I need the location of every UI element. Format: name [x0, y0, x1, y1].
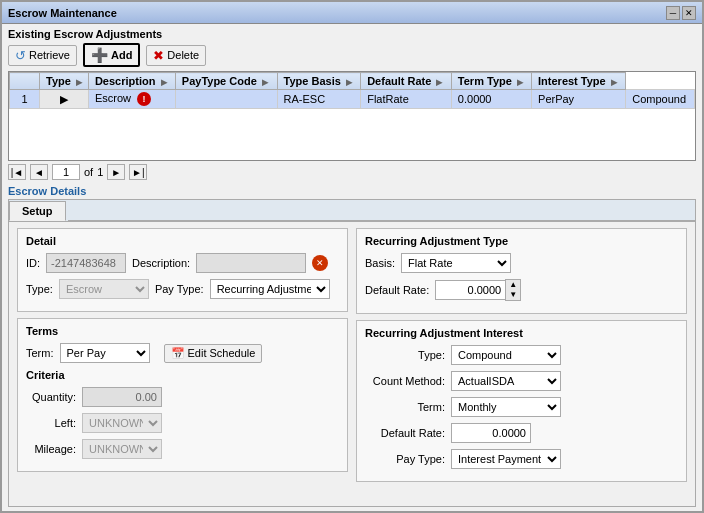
spinner-buttons: ▲ ▼ — [505, 279, 521, 301]
terms-title: Terms — [26, 325, 339, 337]
col-header-description[interactable]: Description ▶ — [88, 73, 175, 90]
interest-type-row: Type: Compound — [365, 345, 678, 365]
tab-setup-content: Detail ID: Description: ✕ Type: — [9, 222, 695, 506]
term-row: Term: Per Pay 📅 Edit Schedule — [26, 343, 339, 363]
interest-term-label: Term: — [365, 401, 445, 413]
interest-type-select[interactable]: Compound — [451, 345, 561, 365]
retrieve-button[interactable]: ↺ Retrieve — [8, 45, 77, 66]
delete-button[interactable]: ✖ Delete — [146, 45, 206, 66]
retrieve-label: Retrieve — [29, 49, 70, 61]
add-button[interactable]: ➕ Add — [83, 43, 140, 67]
row-arrow: ▶ — [40, 90, 89, 109]
quantity-input[interactable] — [82, 387, 162, 407]
col-header-term-type[interactable]: Term Type ▶ — [451, 73, 531, 90]
detail-section: Detail ID: Description: ✕ Type: — [17, 228, 348, 312]
spinner-down-button[interactable]: ▼ — [506, 290, 520, 300]
sort-icon: ▶ — [436, 78, 442, 87]
pay-type-select[interactable]: Recurring Adjustmen — [210, 279, 330, 299]
term-select[interactable]: Per Pay — [60, 343, 150, 363]
edit-schedule-label: Edit Schedule — [188, 347, 256, 359]
count-method-row: Count Method: ActualISDA — [365, 371, 678, 391]
description-input[interactable] — [196, 253, 306, 273]
type-label: Type: — [26, 283, 53, 295]
col-header-paytype-code[interactable]: PayType Code ▶ — [175, 73, 277, 90]
basis-label: Basis: — [365, 257, 395, 269]
interest-term-select[interactable]: Monthly — [451, 397, 561, 417]
title-bar: Escrow Maintenance ─ ✕ — [2, 2, 702, 24]
calendar-icon: 📅 — [171, 347, 185, 360]
row-number: 1 — [10, 90, 40, 109]
main-window: Escrow Maintenance ─ ✕ Existing Escrow A… — [0, 0, 704, 513]
sort-icon: ▶ — [611, 78, 617, 87]
interest-rate-input[interactable] — [451, 423, 531, 443]
type-select[interactable]: Escrow — [59, 279, 149, 299]
default-rate-spinner: ▲ ▼ — [435, 279, 521, 301]
sort-icon: ▶ — [346, 78, 352, 87]
default-rate-label: Default Rate: — [365, 284, 429, 296]
next-page-button[interactable]: ► — [107, 164, 125, 180]
default-rate-row: Default Rate: ▲ ▼ — [365, 279, 678, 301]
sort-icon: ▶ — [517, 78, 523, 87]
window-body: Existing Escrow Adjustments ↺ Retrieve ➕… — [2, 24, 702, 511]
col-header-interest-type[interactable]: Interest Type ▶ — [532, 73, 626, 90]
edit-schedule-button[interactable]: 📅 Edit Schedule — [164, 344, 263, 363]
cell-paytype-code: RA-ESC — [277, 90, 361, 109]
left-select[interactable]: UNKNOWN — [82, 413, 162, 433]
basis-select[interactable]: Flat Rate — [401, 253, 511, 273]
table-row[interactable]: 1 ▶ Escrow ! RA-ESC FlatRate 0.0000 PerP… — [10, 90, 695, 109]
col-header-type-basis[interactable]: Type Basis ▶ — [277, 73, 361, 90]
default-rate-input[interactable] — [435, 280, 505, 300]
last-page-button[interactable]: ►| — [129, 164, 147, 180]
escrow-details-label: Escrow Details — [8, 185, 696, 197]
pay-type-label: Pay Type: — [155, 283, 204, 295]
tabs-container: Setup Detail ID: Description: — [8, 199, 696, 507]
description-label: Description: — [132, 257, 190, 269]
cell-type: Escrow ! — [88, 90, 175, 109]
interest-pay-type-row: Pay Type: Interest Payment — [365, 449, 678, 469]
clear-description-button[interactable]: ✕ — [312, 255, 328, 271]
cell-default-rate: 0.0000 — [451, 90, 531, 109]
error-badge: ! — [137, 92, 151, 106]
interest-pay-type-label: Pay Type: — [365, 453, 445, 465]
quantity-row: Quantity: — [26, 387, 339, 407]
first-page-button[interactable]: |◄ — [8, 164, 26, 180]
tab-setup[interactable]: Setup — [9, 201, 66, 221]
criteria-label: Criteria — [26, 369, 339, 381]
add-label: Add — [111, 49, 132, 61]
minimize-button[interactable]: ─ — [666, 6, 680, 20]
quantity-label: Quantity: — [26, 391, 76, 403]
term-label: Term: — [26, 347, 54, 359]
count-method-label: Count Method: — [365, 375, 445, 387]
spinner-up-button[interactable]: ▲ — [506, 280, 520, 290]
main-columns: Detail ID: Description: ✕ Type: — [17, 228, 687, 488]
recurring-interest-section: Recurring Adjustment Interest Type: Comp… — [356, 320, 687, 482]
interest-rate-label: Default Rate: — [365, 427, 445, 439]
delete-icon: ✖ — [153, 48, 164, 63]
col-header-default-rate[interactable]: Default Rate ▶ — [361, 73, 452, 90]
delete-label: Delete — [167, 49, 199, 61]
retrieve-icon: ↺ — [15, 48, 26, 63]
interest-pay-type-select[interactable]: Interest Payment — [451, 449, 561, 469]
col-header-type[interactable]: Type ▶ — [40, 73, 89, 90]
terms-section: Terms Term: Per Pay 📅 Edit Schedule — [17, 318, 348, 472]
sort-icon: ▶ — [161, 78, 167, 87]
mileage-select[interactable]: UNKNOWN — [82, 439, 162, 459]
prev-page-button[interactable]: ◄ — [30, 164, 48, 180]
interest-term-row: Term: Monthly — [365, 397, 678, 417]
sort-icon: ▶ — [76, 78, 82, 87]
cell-interest-type: Compound — [626, 90, 695, 109]
left-column: Detail ID: Description: ✕ Type: — [17, 228, 348, 488]
count-method-select[interactable]: ActualISDA — [451, 371, 561, 391]
close-button[interactable]: ✕ — [682, 6, 696, 20]
cell-term-type: PerPay — [532, 90, 626, 109]
window-title: Escrow Maintenance — [8, 7, 117, 19]
id-input[interactable] — [46, 253, 126, 273]
page-input[interactable] — [52, 164, 80, 180]
right-column: Recurring Adjustment Type Basis: Flat Ra… — [356, 228, 687, 488]
recurring-interest-title: Recurring Adjustment Interest — [365, 327, 678, 339]
of-label: of — [84, 166, 93, 178]
left-row: Left: UNKNOWN — [26, 413, 339, 433]
interest-type-label: Type: — [365, 349, 445, 361]
recurring-adj-section: Recurring Adjustment Type Basis: Flat Ra… — [356, 228, 687, 314]
type-row: Type: Escrow Pay Type: Recurring Adjustm… — [26, 279, 339, 299]
